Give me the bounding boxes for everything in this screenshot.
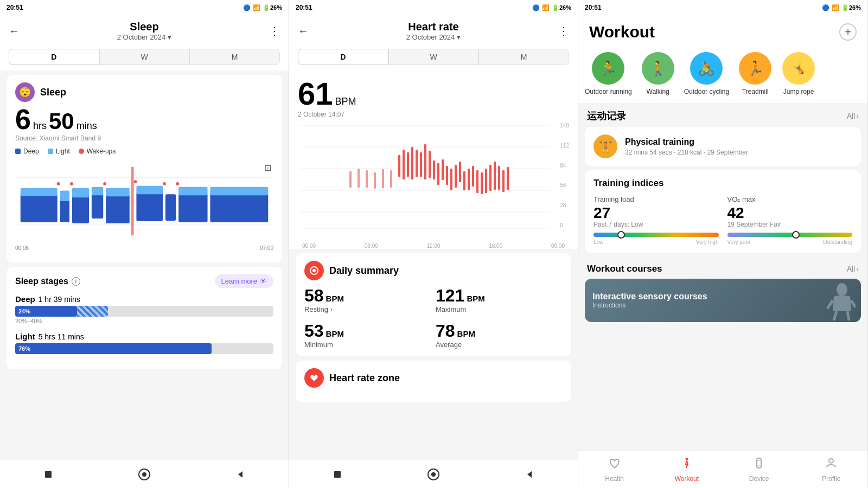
workout-panel: 20:51 🔵 📶 🔋26% Workout + 🏃 Outdoor runni… <box>578 0 867 488</box>
hr-x-labels: 00:00 06:00 12:00 18:00 00:00 <box>298 243 569 249</box>
hr-chart-svg <box>296 123 571 231</box>
sleep-mins-label: mins <box>76 120 97 132</box>
status-icons-3: 🔵 📶 🔋26% <box>822 4 861 11</box>
legend-dot-light <box>48 149 53 154</box>
light-pct-label: 76% <box>18 345 30 352</box>
svg-rect-64 <box>358 169 360 188</box>
svg-rect-17 <box>178 193 207 222</box>
legend-wakeups: Wake-ups <box>79 147 116 155</box>
sleep-chart-svg <box>15 160 273 242</box>
sleep-stages-section: Sleep stages i Learn more 👁 Deep 1 hr 39… <box>7 267 282 369</box>
svg-point-84 <box>829 459 833 463</box>
home-circle-1[interactable] <box>135 465 154 484</box>
home-button-1[interactable] <box>39 465 58 484</box>
workout-icon-outdoor-running[interactable]: 🏃 Outdoor running <box>585 52 632 95</box>
profile-nav-label: Profile <box>822 475 840 483</box>
svg-rect-49 <box>450 169 452 190</box>
training-load-bar-labels: Low Very high <box>593 239 719 245</box>
svg-rect-63 <box>349 171 352 188</box>
tab-day-1[interactable]: D <box>9 49 99 65</box>
training-load-sub: Past 7 days: Low <box>593 221 719 228</box>
workout-nav-label: Workout <box>675 475 699 483</box>
svg-point-80 <box>685 458 688 460</box>
sleep-panel: 20:51 🔵 📶 🔋26% ← Sleep 2 October 2024 ▾ … <box>0 0 289 488</box>
sleep-section-label: Sleep <box>40 87 66 98</box>
sleep-chart-container: ⊡ <box>15 160 273 253</box>
svg-line-76 <box>827 300 833 309</box>
menu-button-2[interactable]: ⋮ <box>558 24 569 37</box>
info-icon[interactable]: i <box>72 277 80 286</box>
stats-grid: 58 BPM Resting › 121 BPM Maximum <box>304 287 563 349</box>
hr-zone-section: Heart rate zone <box>296 361 571 402</box>
home-circle-2[interactable] <box>424 465 443 484</box>
hr-zone-icon <box>304 368 324 388</box>
svg-point-21 <box>57 182 60 185</box>
svg-rect-41 <box>416 150 418 177</box>
svg-rect-55 <box>476 170 478 193</box>
svg-rect-67 <box>382 169 384 188</box>
svg-rect-71 <box>334 471 341 478</box>
all-records-link[interactable]: All › <box>847 112 859 120</box>
person-silhouette <box>807 281 856 322</box>
hr-header-center: Heart rate 2 October 2024 ▾ <box>309 21 558 41</box>
learn-more-button[interactable]: Learn more 👁 <box>215 274 273 288</box>
sleep-time-labels: 00:06 07:00 <box>15 245 273 251</box>
daily-summary-section: Daily summary 58 BPM Resting › <box>296 253 571 356</box>
profile-nav-icon <box>825 457 838 473</box>
sleep-content: 😴 Sleep 6 hrs 50 mins Source: Xiaomi Sma… <box>0 70 289 460</box>
tab-month-2[interactable]: M <box>478 49 569 65</box>
tab-month-1[interactable]: M <box>189 49 280 65</box>
svg-rect-51 <box>459 162 461 182</box>
vo2-bar <box>727 233 853 237</box>
tab-week-2[interactable]: W <box>388 49 479 65</box>
device-nav-icon <box>752 457 765 473</box>
back-button-1[interactable]: ← <box>9 25 20 37</box>
sleep-source: Source: Xiaomi Smart Band 9 <box>15 134 273 142</box>
workout-icon-walking[interactable]: 🚶 Walking <box>641 52 675 95</box>
svg-rect-59 <box>494 162 496 190</box>
tab-week-1[interactable]: W <box>99 49 190 65</box>
deep-bar-container: 24% <box>15 306 273 317</box>
vo2-marker <box>792 231 800 239</box>
workout-icon-cycling[interactable]: 🚴 Outdoor cycling <box>684 52 729 95</box>
nav-workout[interactable]: Workout <box>650 451 723 488</box>
outdoor-running-icon: 🏃 <box>592 52 624 85</box>
workout-icon-jumprope[interactable]: 🤸 Jump rope <box>781 52 816 95</box>
training-load-value: 27 <box>593 206 719 221</box>
expand-icon[interactable]: ⊡ <box>264 163 271 173</box>
course-card[interactable]: Interactive sensory courses Instructions <box>585 279 861 322</box>
add-workout-button[interactable]: + <box>839 23 857 41</box>
back-button-2[interactable]: ← <box>298 25 309 37</box>
health-nav-label: Health <box>605 475 624 483</box>
back-triangle-1[interactable] <box>231 465 250 484</box>
sleep-legend: Deep Light Wake-ups <box>15 147 273 155</box>
back-triangle-2[interactable] <box>520 465 539 484</box>
home-button-2[interactable] <box>328 465 347 484</box>
workout-icon-treadmill[interactable]: 🏃 Treadmill <box>738 52 773 95</box>
hr-main-section: 61 BPM 2 October 14:07 <box>289 70 578 249</box>
hr-header: ← Heart rate 2 October 2024 ▾ ⋮ <box>289 15 578 46</box>
svg-rect-62 <box>507 167 509 190</box>
nav-device[interactable]: Device <box>723 451 795 488</box>
status-icons-1: 🔵 📶 🔋26% <box>243 4 282 11</box>
record-icon-physical: 🏋️ <box>593 134 617 158</box>
tab-day-2[interactable]: D <box>298 49 388 65</box>
hr-bpm-value: 61 <box>298 78 333 110</box>
svg-line-78 <box>834 311 837 320</box>
bottom-nav-1 <box>0 460 289 488</box>
deep-pct-label: 24% <box>18 308 30 314</box>
status-time-1: 20:51 <box>7 4 23 11</box>
svg-point-22 <box>70 182 73 185</box>
record-meta: 32 mins 54 secs · 218 kcal · 29 Septembe… <box>625 149 748 156</box>
nav-health[interactable]: Health <box>578 451 650 488</box>
course-card-title: Interactive sensory courses <box>592 292 707 301</box>
records-header: 运动记录 All › <box>578 103 867 127</box>
nav-profile[interactable]: Profile <box>795 451 867 488</box>
all-courses-link[interactable]: All › <box>847 265 859 273</box>
svg-rect-42 <box>420 152 422 177</box>
svg-point-25 <box>163 182 166 185</box>
courses-title: Workout courses <box>587 264 662 274</box>
menu-button-1[interactable]: ⋮ <box>269 24 280 37</box>
record-item-physical[interactable]: 🏋️ Physical training 32 mins 54 secs · 2… <box>585 127 861 166</box>
stat-average: 78 BPM Average <box>436 322 563 349</box>
